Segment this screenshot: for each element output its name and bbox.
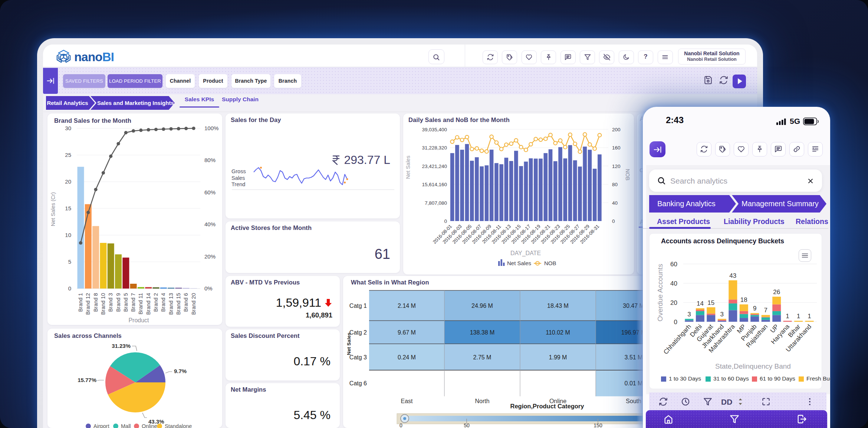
svg-text:20%: 20% <box>204 253 216 260</box>
svg-text:Overdue Accounts: Overdue Accounts <box>656 264 664 321</box>
svg-text:5: 5 <box>68 259 71 265</box>
svg-text:80%: 80% <box>204 157 216 163</box>
svg-text:138.38 M: 138.38 M <box>470 329 495 336</box>
svg-text:100%: 100% <box>204 125 218 131</box>
svg-text:NOB: NOB <box>544 260 556 266</box>
svg-text:200: 200 <box>612 127 621 132</box>
svg-text:15: 15 <box>707 299 714 306</box>
svg-text:20: 20 <box>670 299 677 306</box>
svg-text:18: 18 <box>740 296 747 303</box>
svg-text:Product: Product <box>128 317 149 323</box>
svg-text:120: 120 <box>612 164 621 169</box>
svg-text:Brand 15: Brand 15 <box>175 293 181 315</box>
svg-text:Brand 2: Brand 2 <box>153 293 159 312</box>
svg-text:0: 0 <box>68 285 71 292</box>
svg-text:Airport: Airport <box>93 423 109 428</box>
svg-text:150: 150 <box>594 422 602 428</box>
svg-text:14: 14 <box>697 300 704 307</box>
svg-text:80: 80 <box>612 182 618 187</box>
svg-text:1: 1 <box>786 313 789 320</box>
svg-text:61 to 90 Days: 61 to 90 Days <box>760 375 795 382</box>
svg-text:East: East <box>401 398 413 404</box>
svg-text:Standalone: Standalone <box>165 423 192 428</box>
svg-text:9: 9 <box>753 305 756 312</box>
svg-text:0.24 M: 0.24 M <box>398 354 416 360</box>
svg-text:Net Sales: Net Sales <box>346 333 352 355</box>
svg-text:Online: Online <box>142 423 157 428</box>
svg-text:31.23%: 31.23% <box>112 343 131 349</box>
svg-text:North: North <box>475 398 489 404</box>
svg-text:0: 0 <box>612 218 615 224</box>
svg-text:15: 15 <box>65 205 71 211</box>
svg-text:NOB: NOB <box>625 169 631 180</box>
svg-text:DAY_DATE: DAY_DATE <box>510 250 541 257</box>
svg-text:0: 0 <box>444 218 447 224</box>
svg-text:24.96 M: 24.96 M <box>471 303 493 309</box>
svg-text:Brand 6: Brand 6 <box>183 293 189 312</box>
svg-text:43: 43 <box>729 272 736 279</box>
svg-text:2.14 M: 2.14 M <box>398 303 416 309</box>
svg-text:Catg 1: Catg 1 <box>349 303 367 309</box>
svg-text:20: 20 <box>65 178 71 185</box>
svg-text:Catg 2: Catg 2 <box>349 329 367 336</box>
svg-text:31,228,320: 31,228,320 <box>422 145 447 151</box>
svg-text:Catg 6: Catg 6 <box>349 380 367 386</box>
svg-text:0: 0 <box>674 319 677 326</box>
svg-text:Brand 9: Brand 9 <box>115 293 121 312</box>
svg-text:Brand 20: Brand 20 <box>191 293 197 315</box>
svg-text:40: 40 <box>612 200 618 206</box>
svg-text:7: 7 <box>764 307 767 314</box>
svg-text:1: 1 <box>797 313 800 320</box>
svg-text:60: 60 <box>670 261 677 268</box>
svg-text:Mall: Mall <box>121 423 131 428</box>
svg-text:160: 160 <box>612 145 621 151</box>
svg-text:39,035,400: 39,035,400 <box>422 127 447 132</box>
svg-text:9.67 M: 9.67 M <box>398 329 416 336</box>
svg-text:31 to 60 Days: 31 to 60 Days <box>713 375 749 382</box>
svg-text:2.75 M: 2.75 M <box>473 354 491 360</box>
svg-text:26: 26 <box>773 289 780 296</box>
svg-text:1 to 30 Days: 1 to 30 Days <box>669 375 701 382</box>
svg-text:Net Sales: Net Sales <box>405 156 411 179</box>
svg-text:Brand 1: Brand 1 <box>78 293 83 312</box>
svg-text:7,807,080: 7,807,080 <box>425 200 447 206</box>
svg-text:Brand 14: Brand 14 <box>145 293 151 315</box>
svg-text:1.99 M: 1.99 M <box>549 354 567 360</box>
svg-text:60%: 60% <box>204 189 216 195</box>
svg-text:Brand 4: Brand 4 <box>160 293 166 312</box>
svg-text:Catg 3: Catg 3 <box>349 354 367 360</box>
svg-text:Brand 5: Brand 5 <box>123 293 129 312</box>
svg-text:10: 10 <box>65 232 71 238</box>
svg-text:3: 3 <box>687 311 691 318</box>
svg-text:110.02 M: 110.02 M <box>546 329 570 336</box>
svg-text:Brand 10: Brand 10 <box>100 293 106 315</box>
svg-text:23,421,240: 23,421,240 <box>422 164 447 169</box>
svg-text:Brand 7: Brand 7 <box>130 293 136 312</box>
svg-text:9.7%: 9.7% <box>174 368 187 374</box>
svg-text:Brand 13: Brand 13 <box>168 293 174 315</box>
svg-text:State,Delinquency Band: State,Delinquency Band <box>715 362 791 370</box>
svg-text:Net Sales (Cr): Net Sales (Cr) <box>50 192 56 226</box>
svg-text:30: 30 <box>65 125 71 131</box>
svg-text:18.43 M: 18.43 M <box>547 303 569 309</box>
svg-text:Brand 12: Brand 12 <box>85 293 91 315</box>
svg-text:Brand 11: Brand 11 <box>138 293 144 315</box>
svg-text:Net Sales: Net Sales <box>507 260 531 266</box>
svg-text:15.77%: 15.77% <box>78 377 96 383</box>
svg-text:Chhatishgarh: Chhatishgarh <box>662 323 693 356</box>
svg-text:40: 40 <box>670 280 677 287</box>
svg-text:40%: 40% <box>204 221 216 227</box>
svg-text:Brand 3: Brand 3 <box>108 293 114 312</box>
svg-text:Fresh Bucket: Fresh Bucket <box>806 375 830 382</box>
svg-text:0%: 0% <box>204 285 213 292</box>
svg-text:0: 0 <box>400 422 402 428</box>
svg-text:3: 3 <box>720 311 724 318</box>
svg-text:Region,Product Category: Region,Product Category <box>510 403 585 409</box>
svg-text:15,614,160: 15,614,160 <box>422 182 447 187</box>
svg-text:25: 25 <box>65 152 71 158</box>
svg-text:50: 50 <box>464 422 470 428</box>
svg-text:1: 1 <box>808 313 811 320</box>
svg-text:Brand 8: Brand 8 <box>93 293 99 312</box>
